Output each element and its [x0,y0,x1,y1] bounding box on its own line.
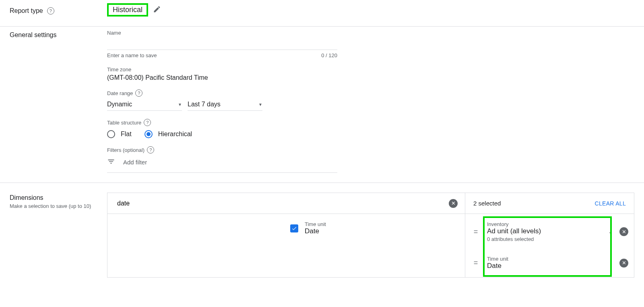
dropdown-arrow-icon: ▼ [258,102,262,107]
selected-name: Date [487,262,601,270]
help-icon[interactable]: ? [135,89,142,97]
radio-hierarchical[interactable]: Hierarchical [144,130,192,138]
drag-handle-icon[interactable]: = [471,228,480,236]
selected-name: Ad unit (all levels) [487,227,602,235]
daterange-mode-dropdown[interactable]: Dynamic ▼ [107,98,182,111]
selected-category: Time unit [487,256,601,262]
help-icon[interactable]: ? [147,146,154,154]
radio-unchecked-icon [107,130,115,138]
selected-category: Inventory [487,221,602,227]
dimensions-section: Dimensions Make a selection to save (up … [0,183,644,278]
name-label: Name [107,30,634,36]
result-category: Time unit [305,221,326,227]
chevron-down-icon[interactable]: ⌄ [606,228,615,235]
daterange-label: Date range ? [107,89,634,97]
report-type-section: Report type ? Historical [0,0,644,27]
dimension-result-item[interactable]: Time unit Date [290,219,455,238]
clear-all-button[interactable]: CLEAR ALL [595,200,626,207]
selected-count: 2 selected [473,200,501,207]
help-icon[interactable]: ? [144,119,151,126]
radio-checked-icon [144,130,153,138]
clear-search-icon[interactable]: ✕ [449,199,458,208]
filters-label: Filters (optional) ? [107,146,634,154]
general-settings-heading: General settings [10,31,107,39]
selected-attrs: 0 attributes selected [487,236,602,242]
drag-handle-icon[interactable]: = [471,259,480,267]
report-type-value: Historical [107,3,148,17]
remove-icon[interactable]: ✕ [619,259,628,268]
dimensions-subtitle: Make a selection to save (up to 10) [10,203,107,209]
edit-icon[interactable] [153,5,161,15]
timezone-label: Time zone [107,66,634,73]
general-settings-label: General settings [10,30,107,173]
remove-icon[interactable]: ✕ [619,227,628,236]
radio-flat[interactable]: Flat [107,130,132,138]
dimensions-selected-panel: 2 selected CLEAR ALL = Inventory Ad unit… [465,193,634,277]
selected-dimension-item: = Time unit Date ✕ [469,253,631,273]
dimensions-search-input[interactable] [115,197,449,210]
help-icon[interactable]: ? [47,7,54,15]
dimensions-search-panel: ✕ Time unit Date [107,193,465,277]
daterange-value-dropdown[interactable]: Last 7 days ▼ [188,98,262,111]
report-type-label: Report type ? [10,3,107,17]
selected-dimension-item: = Inventory Ad unit (all levels) 0 attri… [469,218,631,245]
name-charcount: 0 / 120 [321,52,337,58]
name-input[interactable] [107,37,337,50]
dropdown-arrow-icon: ▼ [178,102,182,107]
timezone-value: (GMT-08:00) Pacific Standard Time [107,74,634,81]
report-type-heading: Report type [10,7,43,15]
filter-icon [107,158,115,167]
general-settings-section: General settings Name Enter a name to sa… [0,27,644,183]
dimensions-label: Dimensions Make a selection to save (up … [10,193,107,278]
table-structure-label: Table structure ? [107,119,634,126]
name-hint: Enter a name to save [107,52,157,58]
result-name: Date [305,227,326,235]
add-filter-button[interactable]: Add filter [107,158,337,173]
dimensions-heading: Dimensions [10,194,107,201]
checkbox-checked-icon[interactable] [290,224,298,232]
